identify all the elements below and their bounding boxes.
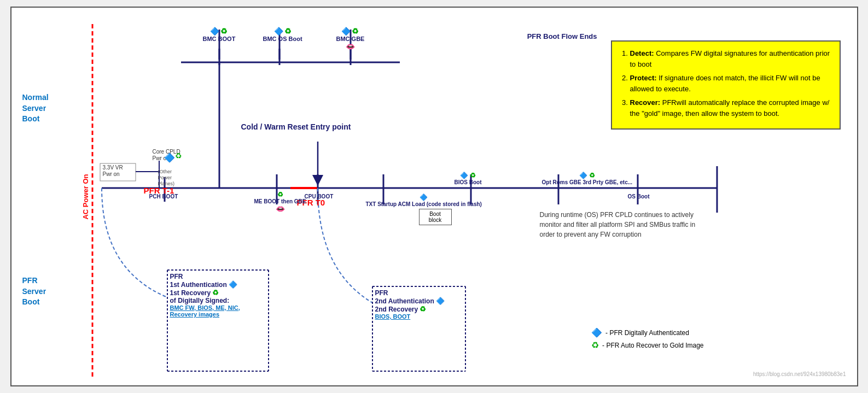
info-item-3: Recover: PFRwill automatically replace t… [630,97,831,119]
os-boot-label: OS Boot [628,193,650,200]
info-box: Detect: Compares FW digital signatures f… [611,40,841,130]
recycle-icon-pfr1: ♻ [212,289,219,297]
other-power-label: (OtherPowerPlanes) [158,169,175,186]
cpu-boot-label: CPU BOOT [305,193,334,200]
shield-icon-bmc-os: 🔷 [274,27,283,36]
info-item-1: Detect: Compares FW digital signatures f… [630,48,831,69]
recycle-icon-pfr2: ♻ [420,305,426,313]
bios-boot-label: 🔷 ♻ BIOS Boot [455,172,482,185]
legend: 🔷 - PFR Digitally Authenticated ♻ - PFR … [591,327,703,353]
shield-icon-bmc-boot: 🔷 [210,27,219,36]
url-watermark: https://blog.csdn.net/924x13980b83e1 [753,371,846,377]
recycle-icon-bmc-gbe: ♻ [352,27,359,36]
pfr-2nd-box: PFR 2nd Authentication 🔷 2nd Recovery ♻ … [375,289,463,320]
recycle-icon-bios: ♻ [470,172,476,179]
pfr-flow-ends-label: PFR Boot Flow Ends [527,32,597,40]
ac-power-label: AC Power On [81,174,89,219]
runtime-text: During runtime (OS) PFR CPLD continues t… [540,210,704,239]
pfr-server-boot-label: PFRServerBoot [22,275,46,308]
recycle-icon-me: ♻ [277,191,283,198]
legend-auth: 🔷 - PFR Digitally Authenticated [591,327,703,338]
pfr-1st-box: PFR 1st Authentication 🔷 1st Recovery ♻ … [170,273,266,318]
boot-block: Boot block [419,209,452,225]
recycle-icon-opt: ♻ [589,172,595,179]
bmc-gbe-node: 🔷 ♻ BMC GBE 👄 [336,27,365,51]
diagram-container: AC Power On PFR Boot Flow Ends NormalSer… [10,7,858,386]
pch-boot-label: PCH BOOT [149,193,178,200]
recycle-icon-bmc-boot: ♻ [220,27,228,36]
shield-icon-pfr2: 🔷 [436,297,445,305]
shield-icon-bmc-gbe: 🔷 [341,27,351,36]
shield-icon-bios: 🔷 [460,172,468,179]
recycle-icon-legend: ♻ [591,340,599,350]
txt-startup-label: 🔷 TXT Startup ACM Load (code stored in f… [366,193,482,207]
me-boot-label: ♻ ME BOOT then GBE 👄 [254,191,306,213]
recycle-icon-cpld: ♻ [175,151,182,160]
legend-recover: ♻ - PFR Auto Recover to Gold Image [591,340,703,350]
info-item-2: Protect: If signature does not match, th… [630,73,831,94]
bmc-boot-node: 🔷 ♻ BMC BOOT [203,27,236,42]
recycle-icon-bmc-os: ♻ [284,27,292,36]
opt-roms-label: 🔷 ♻ Opt Roms GBE 3rd Prty GBE, etc... [542,172,633,185]
mouth-icon-bmc-gbe: 👄 [336,42,365,51]
vr-label: 3.3V VRPwr on [103,165,123,178]
cold-warm-reset-label: Cold / Warm Reset Entry point [241,122,351,131]
shield-icon-pfr1: 🔷 [229,280,237,289]
shield-icon-cpld: 🔷 [164,152,175,163]
shield-icon-txt: 🔷 [420,193,428,201]
bmc-boot-icons: 🔷 ♻ [203,27,236,36]
normal-server-boot-label: NormalServerBoot [22,92,49,125]
mouth-icon-me: 👄 [254,204,306,213]
bmc-os-boot-node: 🔷 ♻ BMC OS Boot [263,27,302,42]
shield-icon-legend: 🔷 [591,327,602,338]
shield-icon-opt: 🔷 [579,172,587,179]
